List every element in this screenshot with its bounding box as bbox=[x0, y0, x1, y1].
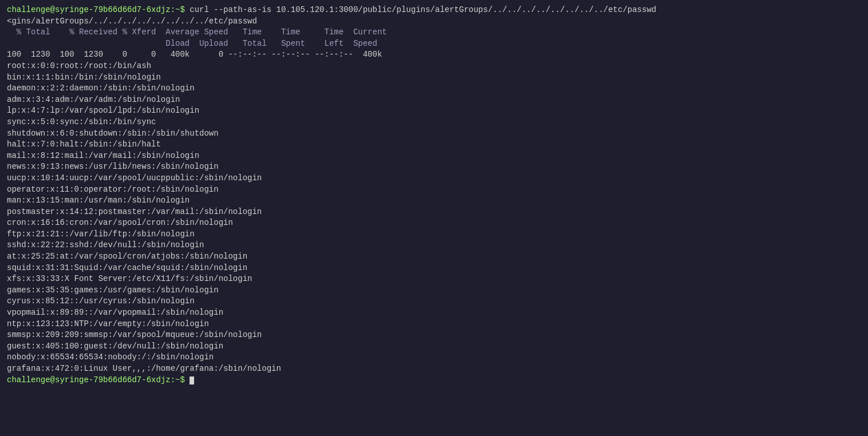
terminal-line: postmaster:x:14:12:postmaster:/var/mail:… bbox=[7, 207, 861, 218]
terminal-line: vpopmail:x:89:89::/var/vpopmail:/sbin/no… bbox=[7, 307, 861, 319]
terminal-line: uucp:x:10:14:uucp:/var/spool/uucppublic:… bbox=[7, 173, 861, 184]
terminal-line: ntp:x:123:123:NTP:/var/empty:/sbin/nolog… bbox=[7, 319, 861, 330]
terminal-line: <gins/alertGroups/../../../../../../../.… bbox=[7, 16, 861, 27]
terminal-line: news:x:9:13:news:/usr/lib/news:/sbin/nol… bbox=[7, 161, 861, 173]
terminal-line: adm:x:3:4:adm:/var/adm:/sbin/nologin bbox=[7, 94, 861, 106]
terminal-line: grafana:x:472:0:Linux User,,,:/home/graf… bbox=[7, 363, 861, 375]
terminal-cursor bbox=[190, 376, 194, 385]
terminal-line: shutdown:x:6:0:shutdown:/sbin:/sbin/shut… bbox=[7, 128, 861, 140]
terminal-line: 100 1230 100 1230 0 0 400k 0 --:--:-- --… bbox=[7, 49, 861, 61]
terminal-line: Dload Upload Total Spent Left Speed bbox=[7, 38, 861, 50]
terminal-line: root:x:0:0:root:/root:/bin/ash bbox=[7, 61, 861, 72]
terminal-line: nobody:x:65534:65534:nobody:/:/sbin/nolo… bbox=[7, 352, 861, 363]
terminal-line: challenge@syringe-79b66d66d7-6xdjz:~$ cu… bbox=[7, 5, 861, 16]
terminal-line: sync:x:5:0:sync:/sbin:/bin/sync bbox=[7, 117, 861, 128]
terminal-line: lp:x:4:7:lp:/var/spool/lpd:/sbin/nologin bbox=[7, 105, 861, 117]
terminal-window[interactable]: challenge@syringe-79b66d66d7-6xdjz:~$ cu… bbox=[0, 0, 868, 436]
terminal-line: bin:x:1:1:bin:/bin:/sbin/nologin bbox=[7, 72, 861, 84]
terminal-line: sshd:x:22:22:sshd:/dev/null:/sbin/nologi… bbox=[7, 240, 861, 251]
terminal-line: ftp:x:21:21::/var/lib/ftp:/sbin/nologin bbox=[7, 229, 861, 240]
terminal-line: operator:x:11:0:operator:/root:/sbin/nol… bbox=[7, 184, 861, 196]
terminal-line: daemon:x:2:2:daemon:/sbin:/sbin/nologin bbox=[7, 83, 861, 94]
terminal-line: cyrus:x:85:12::/usr/cyrus:/sbin/nologin bbox=[7, 296, 861, 307]
terminal-line: halt:x:7:0:halt:/sbin:/sbin/halt bbox=[7, 139, 861, 150]
terminal-line: games:x:35:35:games:/usr/games:/sbin/nol… bbox=[7, 285, 861, 296]
terminal-line: at:x:25:25:at:/var/spool/cron/atjobs:/sb… bbox=[7, 251, 861, 263]
terminal-line: xfs:x:33:33:X Font Server:/etc/X11/fs:/s… bbox=[7, 274, 861, 285]
terminal-line: guest:x:405:100:guest:/dev/null:/sbin/no… bbox=[7, 341, 861, 352]
terminal-line: % Total % Received % Xferd Average Speed… bbox=[7, 27, 861, 38]
terminal-line: mail:x:8:12:mail:/var/mail:/sbin/nologin bbox=[7, 150, 861, 162]
terminal-line: cron:x:16:16:cron:/var/spool/cron:/sbin/… bbox=[7, 217, 861, 229]
terminal-content: challenge@syringe-79b66d66d7-6xdjz:~$ cu… bbox=[7, 5, 861, 386]
terminal-line: man:x:13:15:man:/usr/man:/sbin/nologin bbox=[7, 195, 861, 207]
terminal-line: smmsp:x:209:209:smmsp:/var/spool/mqueue:… bbox=[7, 330, 861, 341]
terminal-line: squid:x:31:31:Squid:/var/cache/squid:/sb… bbox=[7, 263, 861, 274]
terminal-line: challenge@syringe-79b66d66d7-6xdjz:~$ bbox=[7, 375, 861, 386]
